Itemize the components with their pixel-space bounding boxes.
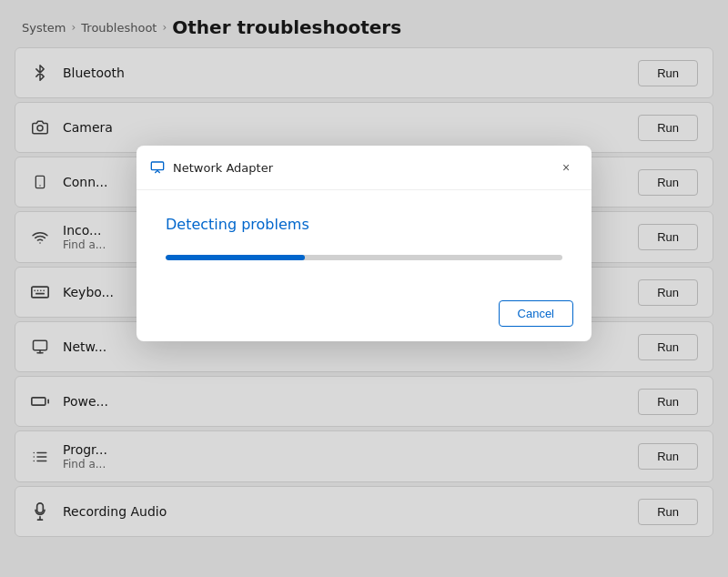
progress-bar-track <box>166 255 562 260</box>
modal-footer: Cancel <box>136 289 592 341</box>
modal-status-text: Detecting problems <box>166 216 562 233</box>
svg-rect-24 <box>151 162 163 170</box>
modal-close-button[interactable]: × <box>553 155 579 180</box>
network-adapter-dialog: Network Adapter × Detecting problems Can… <box>136 146 592 341</box>
modal-title: Network Adapter <box>173 161 546 175</box>
modal-body: Detecting problems <box>136 190 592 289</box>
page-wrapper: System › Troubleshoot › Other troublesho… <box>0 0 728 577</box>
modal-titlebar: Network Adapter × <box>136 146 592 190</box>
network-adapter-app-icon <box>149 159 166 176</box>
cancel-button[interactable]: Cancel <box>499 300 573 327</box>
modal-overlay: Network Adapter × Detecting problems Can… <box>0 0 728 577</box>
progress-bar-fill <box>166 255 305 260</box>
